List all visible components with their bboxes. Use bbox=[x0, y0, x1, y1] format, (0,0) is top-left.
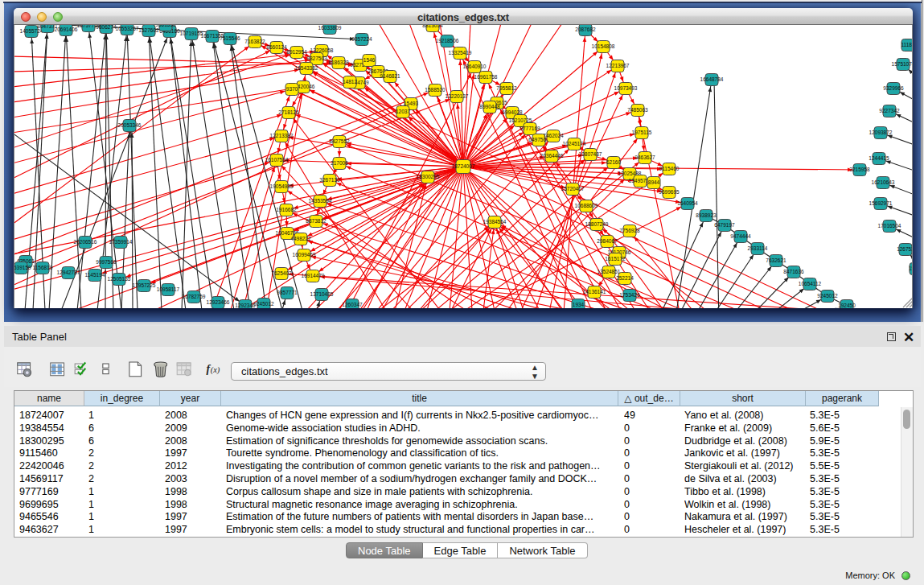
svg-text:9329966: 9329966 bbox=[883, 85, 904, 91]
svg-text:10973493: 10973493 bbox=[614, 85, 638, 91]
svg-text:7515546: 7515546 bbox=[220, 35, 240, 41]
svg-text:10688609: 10688609 bbox=[575, 203, 598, 208]
svg-text:16210725: 16210725 bbox=[509, 117, 532, 123]
svg-text:7485063: 7485063 bbox=[627, 107, 648, 113]
svg-text:15751074: 15751074 bbox=[892, 61, 913, 67]
svg-text:9777169: 9777169 bbox=[519, 126, 540, 131]
svg-text:9245012: 9245012 bbox=[253, 301, 274, 307]
svg-text:9245012: 9245012 bbox=[817, 293, 838, 299]
svg-text:10807487: 10807487 bbox=[579, 151, 602, 157]
svg-text:1640954: 1640954 bbox=[677, 200, 698, 206]
svg-text:1546: 1546 bbox=[363, 57, 376, 63]
svg-text:9474444: 9474444 bbox=[730, 233, 751, 239]
svg-text:8813054: 8813054 bbox=[422, 25, 443, 28]
svg-text:(x): (x) bbox=[211, 365, 220, 375]
svg-text:18724007: 18724007 bbox=[452, 163, 475, 169]
svg-text:9699695: 9699695 bbox=[659, 189, 680, 195]
svg-text:62160: 62160 bbox=[606, 159, 621, 165]
svg-text:16782759: 16782759 bbox=[183, 294, 206, 299]
svg-text:17359914: 17359914 bbox=[109, 239, 133, 245]
svg-text:3215958: 3215958 bbox=[849, 167, 870, 172]
svg-text:16107534: 16107534 bbox=[265, 157, 289, 163]
svg-text:14055724: 14055724 bbox=[20, 28, 43, 34]
svg-text:8471636: 8471636 bbox=[783, 269, 804, 274]
svg-text:8912954: 8912954 bbox=[286, 49, 307, 55]
svg-text:18300295: 18300295 bbox=[417, 174, 440, 179]
svg-text:1527602: 1527602 bbox=[138, 27, 159, 33]
svg-text:8944: 8944 bbox=[648, 179, 660, 185]
svg-text:1156819: 1156819 bbox=[33, 265, 53, 270]
svg-text:12213967: 12213967 bbox=[606, 63, 630, 68]
svg-text:12505135: 12505135 bbox=[108, 276, 131, 282]
svg-text:2933114: 2933114 bbox=[748, 245, 768, 251]
svg-text:17957225: 17957225 bbox=[133, 282, 156, 288]
svg-text:9997568: 9997568 bbox=[96, 259, 117, 265]
svg-text:1145194: 1145194 bbox=[85, 272, 105, 278]
svg-text:7632621: 7632621 bbox=[766, 257, 786, 263]
svg-text:8660124: 8660124 bbox=[266, 44, 287, 50]
svg-text:14353594: 14353594 bbox=[309, 198, 332, 204]
svg-text:15720407: 15720407 bbox=[561, 186, 585, 192]
svg-text:11183: 11183 bbox=[901, 42, 913, 47]
svg-text:20691406: 20691406 bbox=[55, 27, 78, 32]
svg-text:16099469: 16099469 bbox=[293, 252, 316, 257]
svg-text:16210643: 16210643 bbox=[872, 179, 895, 185]
svg-text:10553267: 10553267 bbox=[116, 26, 139, 31]
svg-text:6479197: 6479197 bbox=[714, 222, 735, 228]
svg-text:8186328: 8186328 bbox=[328, 60, 349, 65]
svg-text:1753426: 1753426 bbox=[619, 292, 640, 298]
svg-text:9115460: 9115460 bbox=[659, 166, 680, 171]
svg-text:19218506: 19218506 bbox=[436, 38, 459, 43]
svg-text:9370: 9370 bbox=[286, 86, 298, 92]
svg-text:14812: 14812 bbox=[343, 79, 357, 84]
svg-text:8990448: 8990448 bbox=[479, 104, 500, 109]
svg-text:2718126: 2718126 bbox=[278, 109, 299, 115]
svg-text:2087682: 2087682 bbox=[575, 27, 596, 32]
svg-text:12037: 12037 bbox=[396, 109, 410, 114]
svg-text:9463627: 9463627 bbox=[634, 154, 655, 160]
svg-text:15493: 15493 bbox=[404, 101, 418, 106]
svg-text:10958117: 10958117 bbox=[157, 286, 180, 292]
svg-text:13220137: 13220137 bbox=[446, 93, 469, 99]
svg-text:1244415: 1244415 bbox=[869, 155, 889, 161]
svg-text:9146821: 9146821 bbox=[380, 73, 400, 79]
svg-text:9857771: 9857771 bbox=[277, 290, 298, 295]
svg-text:10719155: 10719155 bbox=[180, 31, 203, 36]
svg-text:192450: 192450 bbox=[838, 303, 856, 308]
svg-text:12942737: 12942737 bbox=[57, 270, 80, 275]
svg-text:1615172: 1615172 bbox=[605, 256, 626, 262]
svg-text:12923466: 12923466 bbox=[207, 299, 230, 305]
svg-text:8938923: 8938923 bbox=[696, 212, 717, 218]
svg-text:252214: 252214 bbox=[616, 275, 634, 281]
svg-text:13325419: 13325419 bbox=[449, 50, 472, 56]
svg-text:1292346: 1292346 bbox=[235, 303, 256, 308]
svg-text:3267130: 3267130 bbox=[319, 177, 340, 183]
svg-text:16961758: 16961758 bbox=[474, 74, 498, 80]
svg-text:8873812: 8873812 bbox=[306, 218, 326, 224]
svg-text:10154808: 10154808 bbox=[592, 43, 615, 49]
svg-text:7955812: 7955812 bbox=[496, 85, 517, 91]
svg-text:1975115: 1975115 bbox=[632, 130, 652, 135]
svg-text:15334: 15334 bbox=[909, 266, 913, 271]
svg-text:20364446: 20364446 bbox=[540, 153, 564, 159]
svg-text:126753: 126753 bbox=[897, 246, 913, 252]
svg-text:13226058: 13226058 bbox=[310, 47, 334, 53]
svg-text:10654112: 10654112 bbox=[799, 281, 822, 286]
svg-text:12213382: 12213382 bbox=[270, 133, 294, 138]
svg-text:13710485: 13710485 bbox=[310, 291, 334, 297]
svg-text:2539159: 2539159 bbox=[14, 265, 31, 270]
svg-text:217006: 217006 bbox=[331, 160, 348, 166]
svg-text:19054985: 19054985 bbox=[270, 183, 294, 189]
svg-text:9806274: 9806274 bbox=[96, 25, 117, 30]
svg-text:10245174: 10245174 bbox=[563, 141, 586, 146]
svg-text:16033809: 16033809 bbox=[318, 25, 342, 31]
svg-text:1588520: 1588520 bbox=[425, 87, 446, 93]
svg-text:9227342: 9227342 bbox=[879, 108, 900, 113]
svg-text:20053346: 20053346 bbox=[118, 122, 142, 128]
svg-text:1260347: 1260347 bbox=[342, 302, 363, 307]
svg-text:20206516: 20206516 bbox=[74, 239, 97, 245]
svg-text:7462024: 7462024 bbox=[543, 133, 564, 138]
svg-text:8427552: 8427552 bbox=[329, 138, 350, 144]
svg-text:6994028: 6994028 bbox=[502, 109, 523, 115]
svg-text:7756928: 7756928 bbox=[619, 228, 640, 233]
